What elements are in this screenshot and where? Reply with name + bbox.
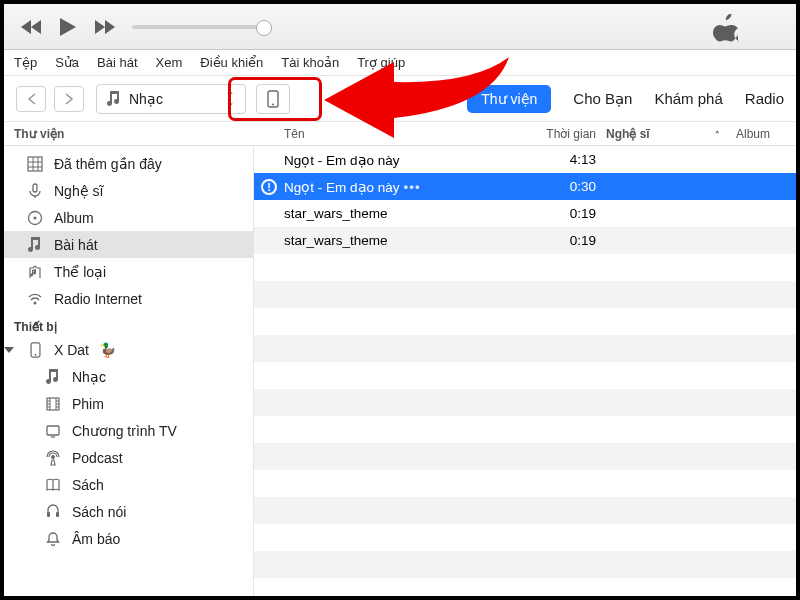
col-album[interactable]: Album [736,127,796,141]
col-time[interactable]: Thời gian [522,127,606,141]
track-name: star_wars_theme [284,206,522,221]
sidebar-item[interactable]: Sách nói [4,498,253,525]
sidebar-item[interactable]: Radio Internet [4,285,253,312]
media-picker-label: Nhạc [129,91,217,107]
note-icon [26,236,44,254]
table-row [254,416,796,443]
mic-icon [26,182,44,200]
svg-rect-12 [47,512,50,517]
toolbar: Nhạc ⌃⌄ Thư viện Cho Bạn Khám phá Radio [4,76,796,122]
play-button[interactable] [54,13,82,41]
col-artist[interactable]: Nghệ sĩ˄ [606,127,736,141]
svg-rect-13 [56,512,59,517]
track-name: star_wars_theme [284,233,522,248]
sidebar-item-label: Bài hát [54,237,98,253]
table-row[interactable]: Ngọt - Em dạo này4:13 [254,146,796,173]
sidebar-item[interactable]: Nghệ sĩ [4,177,253,204]
sidebar-item-label: Nghệ sĩ [54,183,103,199]
disc-icon [26,209,44,227]
table-row [254,308,796,335]
svg-rect-3 [33,184,37,192]
sidebar-item-label: Podcast [72,450,123,466]
table-row [254,281,796,308]
menu-item[interactable]: Điều khiển [200,55,263,70]
table-row [254,362,796,389]
chevron-updown-icon: ⌃⌄ [225,93,235,105]
more-icon[interactable]: ••• [404,180,421,195]
svg-point-5 [34,216,37,219]
menu-item[interactable]: Sửa [55,55,79,70]
svg-rect-10 [47,426,59,435]
note-icon [44,368,62,386]
table-row [254,524,796,551]
track-time: 0:19 [522,206,606,221]
menu-item[interactable]: Bài hát [97,55,137,70]
col-name[interactable]: Tên [254,127,522,141]
sidebar-item-label: Nhạc [72,369,106,385]
track-table: Ngọt - Em dạo này4:13!Ngọt - Em dạo này•… [254,146,796,596]
sidebar-item[interactable]: Âm báo [4,525,253,552]
sidebar-item-label: Chương trình TV [72,423,177,439]
svg-point-11 [51,455,55,459]
table-row [254,470,796,497]
tab-browse[interactable]: Khám phá [654,90,722,107]
sidebar-item[interactable]: Thể loại [4,258,253,285]
svg-point-1 [272,103,274,105]
menu-item[interactable]: Xem [156,55,183,70]
sidebar-item[interactable]: Sách [4,471,253,498]
tab-for-you[interactable]: Cho Bạn [573,90,632,108]
sidebar-item[interactable]: Album [4,204,253,231]
track-name: Ngọt - Em dạo này••• [284,179,522,195]
sidebar-item[interactable]: Bài hát [4,231,253,258]
sidebar-item-label: Radio Internet [54,291,142,307]
sidebar-item-device[interactable]: X Dat 🦆 [4,336,253,363]
prev-button[interactable] [18,13,46,41]
sidebar-item[interactable]: Podcast [4,444,253,471]
podcast-icon [44,449,62,467]
film-icon [44,395,62,413]
track-time: 0:30 [522,179,606,194]
genre-icon [26,263,44,281]
media-picker[interactable]: Nhạc ⌃⌄ [96,84,246,114]
tv-icon [44,422,62,440]
menu-item[interactable]: Tài khoản [281,55,339,70]
table-row[interactable]: star_wars_theme0:19 [254,200,796,227]
status-badge-icon: ! [261,179,277,195]
sidebar-item[interactable]: Đã thêm gần đây [4,150,253,177]
sidebar-item[interactable]: Chương trình TV [4,417,253,444]
grid-icon [26,155,44,173]
tab-library[interactable]: Thư viện [467,85,551,113]
sidebar: Đã thêm gần đâyNghệ sĩAlbumBài hátThể lo… [4,146,254,596]
table-row[interactable]: !Ngọt - Em dạo này•••0:30 [254,173,796,200]
table-row[interactable]: star_wars_theme0:19 [254,227,796,254]
phone-icon [26,341,44,359]
duck-emoji-icon: 🦆 [99,342,116,358]
sidebar-item-label: Thể loại [54,264,106,280]
back-button[interactable] [16,86,46,112]
phone-icon [267,90,279,108]
next-button[interactable] [90,13,118,41]
track-time: 0:19 [522,233,606,248]
table-row [254,335,796,362]
track-name: Ngọt - Em dạo này [284,152,522,168]
menu-bar: Tệp Sửa Bài hát Xem Điều khiển Tài khoản… [4,50,796,76]
sidebar-item[interactable]: Phim [4,390,253,417]
sidebar-header: Thư viện [4,127,254,141]
device-name: X Dat [54,342,89,358]
tab-radio[interactable]: Radio [745,90,784,107]
disclosure-triangle-icon[interactable] [4,347,14,353]
volume-slider[interactable] [132,25,272,29]
menu-item[interactable]: Trợ giúp [357,55,405,70]
sidebar-item-label: Đã thêm gần đây [54,156,162,172]
device-button[interactable] [256,84,290,114]
forward-button[interactable] [54,86,84,112]
sidebar-item-label: Album [54,210,94,226]
svg-point-8 [34,354,36,356]
nav-tabs: Thư viện Cho Bạn Khám phá Radio [467,85,784,113]
table-row [254,551,796,578]
music-note-icon [107,91,121,107]
sidebar-item[interactable]: Nhạc [4,363,253,390]
bell-icon [44,530,62,548]
book-icon [44,476,62,494]
menu-item[interactable]: Tệp [14,55,37,70]
